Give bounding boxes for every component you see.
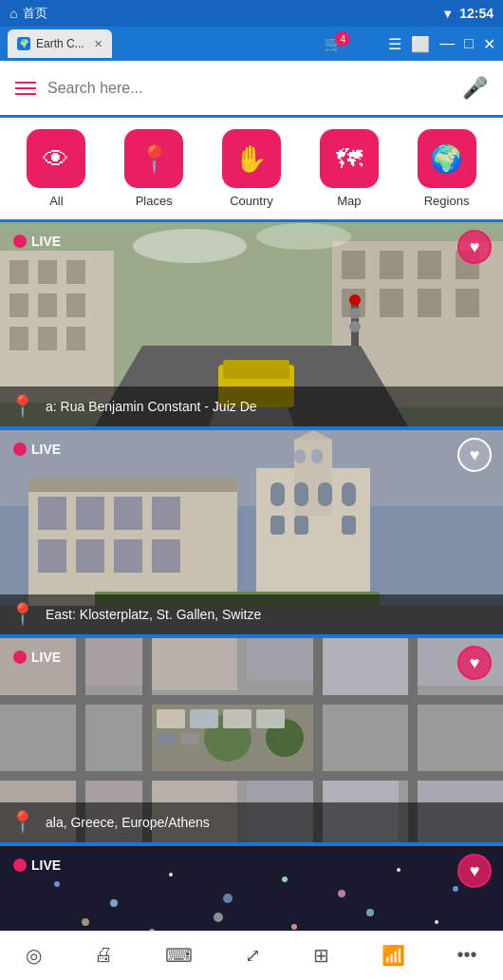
- feed-card-1[interactable]: LIVE ♥ 📍 a: Rua Benjamin Constant - Juiz…: [0, 222, 503, 426]
- hamburger-menu[interactable]: [15, 82, 36, 95]
- nav-item-2[interactable]: 🖨: [94, 944, 113, 968]
- category-regions[interactable]: 🌍 Regions: [418, 129, 476, 208]
- svg-rect-36: [294, 482, 308, 506]
- nav-item-5[interactable]: ⊞: [313, 944, 329, 969]
- svg-rect-13: [380, 251, 403, 279]
- pin-icon-1: 📍: [9, 394, 35, 419]
- svg-rect-23: [223, 360, 289, 379]
- svg-point-27: [349, 321, 361, 332]
- live-text-1: LIVE: [31, 234, 61, 249]
- nav-icon-6: 📶: [382, 944, 405, 967]
- nav-item-7[interactable]: •••: [456, 944, 476, 968]
- all-icon: 👁: [43, 143, 69, 175]
- status-bar-left: ⌂ 首页: [9, 5, 47, 22]
- nav-item-3[interactable]: ⌨: [165, 944, 193, 969]
- nav-icon-2: 🖨: [94, 944, 113, 966]
- feed-4-background: [0, 846, 503, 931]
- caption-text-3: ala, Greece, Europe/Athens: [46, 815, 210, 830]
- svg-point-90: [338, 890, 345, 897]
- svg-rect-38: [342, 482, 356, 506]
- feed-caption-2: 📍 East: Klosterplatz, St. Gallen, Switze: [0, 594, 503, 634]
- svg-rect-50: [76, 539, 104, 573]
- favorite-button-2[interactable]: ♥: [457, 438, 492, 472]
- mic-icon[interactable]: 🎤: [462, 76, 488, 101]
- screen-icon[interactable]: ⬜: [411, 35, 430, 53]
- favorite-button-1[interactable]: ♥: [457, 230, 492, 264]
- svg-rect-39: [270, 516, 285, 535]
- regions-label: Regions: [424, 194, 470, 208]
- svg-rect-4: [66, 260, 85, 284]
- feed-card-3[interactable]: LIVE ♥ 📍 ala, Greece, Europe/Athens: [0, 638, 503, 842]
- notification-badge: 4: [335, 31, 350, 47]
- live-text-3: LIVE: [31, 650, 61, 665]
- bottom-nav: ◎ 🖨 ⌨ ⤢ ⊞ 📶 •••: [0, 931, 503, 980]
- tab-favicon: 🌍: [17, 37, 30, 50]
- category-country[interactable]: ✋ Country: [222, 129, 281, 208]
- search-input[interactable]: [47, 80, 451, 97]
- browser-tab[interactable]: 🌍 Earth C... ✕: [8, 29, 112, 58]
- svg-rect-66: [0, 771, 503, 781]
- svg-rect-43: [311, 449, 323, 463]
- live-text-4: LIVE: [31, 858, 61, 873]
- nav-item-1[interactable]: ◎: [26, 944, 42, 969]
- favorite-button-3[interactable]: ♥: [457, 646, 492, 680]
- feed-card-2[interactable]: LIVE ♥ 📍 East: Klosterplatz, St. Gallen,…: [0, 430, 503, 634]
- svg-point-97: [366, 909, 374, 916]
- places-icon: 📍: [138, 143, 171, 175]
- category-places[interactable]: 📍 Places: [124, 129, 183, 208]
- user-icon[interactable]: 👤: [360, 35, 379, 53]
- svg-rect-47: [114, 497, 142, 530]
- pin-icon-3: 📍: [9, 810, 35, 835]
- category-map[interactable]: 🗺 Map: [320, 129, 379, 208]
- nav-icon-3: ⌨: [165, 944, 193, 967]
- svg-point-96: [291, 924, 297, 930]
- live-text-2: LIVE: [31, 442, 61, 457]
- nav-item-4[interactable]: ⤢: [245, 944, 261, 969]
- tab-close-button[interactable]: ✕: [94, 38, 102, 50]
- svg-point-28: [133, 229, 247, 263]
- wifi-icon: ▼: [441, 7, 454, 21]
- tab-title: Earth C...: [36, 37, 84, 50]
- maximize-icon[interactable]: □: [464, 35, 474, 52]
- svg-point-89: [282, 876, 288, 882]
- svg-rect-45: [38, 497, 66, 530]
- nav-icon-7: •••: [456, 944, 476, 966]
- svg-rect-37: [318, 482, 332, 506]
- svg-rect-49: [38, 539, 66, 573]
- nav-icon-1: ◎: [26, 944, 42, 967]
- svg-point-91: [397, 868, 401, 872]
- svg-point-92: [453, 886, 458, 892]
- svg-rect-42: [294, 449, 306, 463]
- live-badge-4: LIVE: [13, 858, 61, 873]
- feed-card-4[interactable]: LIVE ♥: [0, 846, 503, 931]
- nav-item-6[interactable]: 📶: [382, 944, 405, 969]
- status-bar: ⌂ 首页 ▼ 12:54: [0, 0, 503, 27]
- caption-text-2: East: Klosterplatz, St. Gallen, Switze: [46, 607, 261, 622]
- svg-rect-19: [456, 289, 479, 317]
- svg-rect-14: [418, 251, 441, 279]
- svg-rect-6: [38, 293, 57, 317]
- home-icon[interactable]: ⌂: [9, 6, 17, 21]
- svg-rect-7: [66, 293, 85, 317]
- regions-icon: 🌍: [430, 143, 463, 175]
- live-badge-1: LIVE: [13, 234, 61, 249]
- svg-rect-79: [190, 709, 218, 728]
- svg-point-87: [169, 873, 173, 876]
- nav-icon-4: ⤢: [245, 944, 261, 967]
- regions-icon-bg: 🌍: [418, 129, 476, 188]
- live-dot-4: [13, 858, 27, 872]
- search-bar: 🎤: [0, 61, 503, 118]
- feeds-area: LIVE ♥ 📍 a: Rua Benjamin Constant - Juiz…: [0, 222, 503, 931]
- minimize-icon[interactable]: —: [439, 35, 455, 52]
- country-icon: ✋: [234, 143, 268, 175]
- menu-icon[interactable]: ☰: [388, 35, 401, 53]
- close-window-icon[interactable]: ✕: [483, 35, 495, 53]
- svg-rect-10: [66, 327, 85, 350]
- category-all[interactable]: 👁 All: [27, 129, 85, 208]
- all-icon-bg: 👁: [27, 129, 85, 188]
- live-dot-2: [13, 443, 27, 456]
- feed-caption-3: 📍 ala, Greece, Europe/Athens: [0, 802, 503, 842]
- all-label: All: [49, 194, 63, 208]
- country-label: Country: [230, 194, 273, 208]
- favorite-button-4[interactable]: ♥: [457, 854, 492, 888]
